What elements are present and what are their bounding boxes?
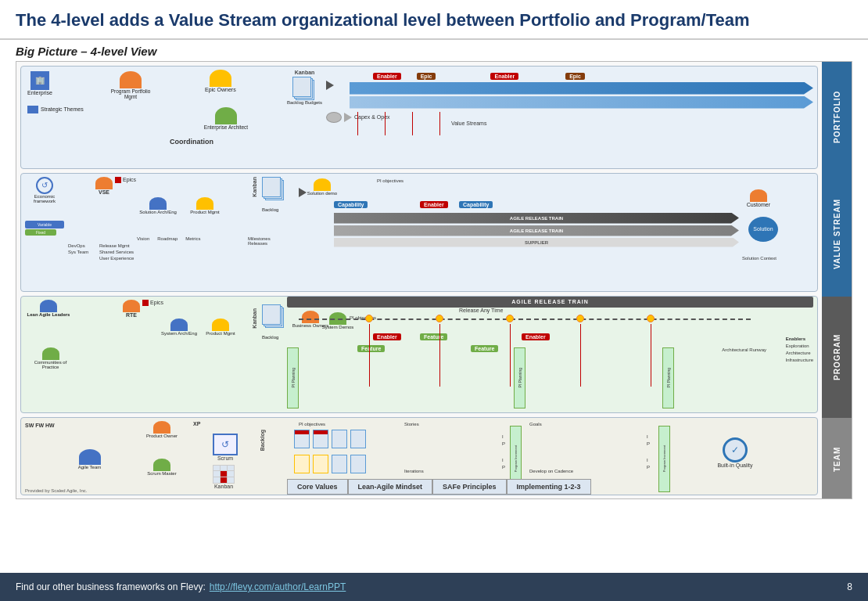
capex-icon [326, 112, 342, 123]
vs-pi-objectives: PI objectives [377, 178, 404, 183]
develop-on-cadence-label: Develop on Cadence [529, 469, 573, 473]
kanban-team-label: Kanban [214, 484, 233, 489]
product-mgmt-prog-icon [212, 318, 229, 331]
subtitle-text: Big Picture – 4-level View [16, 45, 852, 58]
enablers-list: Enablers Exploration Architecture Infras… [786, 336, 813, 364]
release-any-time-label: Release Any Time [459, 308, 503, 313]
vse-label: VSE [99, 189, 109, 195]
product-mgmt-vs-icon [196, 197, 213, 210]
fixed-bar: Fixed [25, 229, 56, 236]
strategic-themes-label: Strategic Themes [41, 106, 84, 112]
backlog-stack-vs [262, 177, 287, 200]
prog-increment-bar-team-2: Program Increment [658, 426, 670, 492]
team-task-cards-2 [294, 455, 368, 473]
level-labels: PORTFOLIO VALUE STREAM PROGRAM TEAM [822, 62, 852, 498]
epic-owners-label: Epic Owners [205, 87, 236, 92]
lean-agile-mindset-btn[interactable]: Lean-Agile Mindset [348, 479, 433, 495]
agile-team-icon [79, 449, 101, 465]
footer: Find our other business frameworks on Fl… [0, 573, 868, 601]
goals-label: Goals [529, 422, 542, 426]
program-section: AGILE RELEASE TRAIN Lean Agile Leaders C… [20, 296, 818, 413]
prog-milestone-4 [580, 324, 581, 387]
communities-icon [42, 347, 59, 360]
user-exp-label: User Experience [99, 255, 134, 261]
epics-label-prog: Epics [150, 300, 163, 305]
core-values-btn[interactable]: Core Values [287, 479, 348, 495]
value-streams-label: Value Streams [451, 121, 486, 126]
strategic-themes-icon [27, 106, 38, 113]
solution-arch-label: Solution Arch/Eng [137, 210, 179, 214]
pi-planning-bar-2: PI Planning [514, 347, 525, 408]
sys-team-label: Sys Team [68, 249, 88, 255]
customer-label: Customer [747, 202, 770, 207]
backlog-label-prog: Backlog [262, 335, 278, 340]
communities-label: Communities of Practice [25, 360, 76, 369]
vse-icon [95, 177, 113, 189]
epics-dot-vs [115, 177, 121, 183]
implementing-btn[interactable]: Implementing 1-2-3 [507, 479, 591, 495]
backlog-budgets-label: Backlog Budgets [287, 100, 322, 105]
page-number: 8 [847, 581, 852, 592]
solution-context-label: Solution Context [742, 256, 777, 261]
releases-label: Releases [248, 241, 271, 246]
epic-box-1: Epic [417, 73, 436, 80]
sys-arch-label: System Arch/Eng [158, 331, 200, 336]
epic-box-2: Epic [565, 73, 585, 80]
pi-dot-1 [365, 315, 373, 322]
kanban-label-portfolio: Kanban [295, 70, 315, 75]
release-mgmt-label: Release Mgmt [99, 243, 134, 249]
lean-agile-icon [40, 300, 57, 312]
prog-milestone-1 [369, 324, 370, 387]
built-in-quality-label: Built-in Quality [708, 462, 762, 468]
backlog-stack-prog [262, 304, 287, 328]
agile-team-label: Agile Team [68, 465, 111, 470]
product-owner-label: Product Owner [142, 434, 181, 438]
enabler-box-prog-2: Enabler [522, 333, 550, 340]
pi-dot-5 [647, 315, 655, 322]
ip-labels-2: IP [502, 457, 505, 471]
enterprise-label: Enterprise [27, 90, 52, 95]
scrum-label: Scrum [217, 455, 233, 461]
enterprise-architect-label: Enterprise Architect [203, 124, 249, 130]
value-stream-label: VALUE STREAM [822, 171, 852, 297]
art-bar-2-vs: AGILE RELEASE TRAIN [334, 225, 739, 236]
solution-box: Solution [748, 217, 778, 242]
metrics-label: Metrics [185, 236, 200, 241]
economic-icon: ↺ [36, 177, 53, 194]
prog-milestone-3 [510, 324, 511, 387]
backlog-label-prog2: Backlog [260, 430, 265, 451]
arch-runway-label: Architectural Runway [722, 347, 766, 352]
stories-label: Stories [404, 422, 419, 426]
system-demos-label: System Demos [318, 325, 357, 329]
footer-link[interactable]: http://flevy.com/author/LearnPPT [210, 581, 346, 592]
lean-agile-leaders-label: Lean Agile Leaders [25, 312, 72, 317]
milestone-line-2 [385, 112, 386, 135]
capability-box-1: Capability [334, 201, 368, 208]
feature-box-3: Feature [357, 345, 385, 352]
program-portfolio-icon [120, 71, 142, 88]
devops-label: DevOps [68, 243, 88, 249]
backlog-stack-portfolio [292, 77, 317, 100]
diagram-container: PORTFOLIO VALUE STREAM PROGRAM TEAM 🏢 En… [16, 61, 852, 499]
sw-fw-hw-label: SW FW HW [25, 423, 55, 428]
feature-box-2: Feature [471, 345, 498, 352]
footer-text: Find our other business frameworks on Fl… [16, 581, 206, 592]
shared-services-label: Shared Services [99, 249, 134, 255]
art-banner-program: AGILE RELEASE TRAIN [287, 297, 813, 308]
roadmap-label: Roadmap [157, 236, 178, 241]
program-portfolio-label: Program Portfolio Mgmt [107, 88, 154, 99]
stream-line-1 [350, 82, 813, 95]
enabler-box-vs: Enabler [420, 201, 448, 208]
epics-dot-prog [142, 300, 149, 306]
epics-label-vs: Epics [123, 177, 136, 182]
scrum-master-label: Scrum Master [142, 471, 181, 476]
kanban-label-vs: Kanban [252, 177, 257, 197]
kanban-team-icon [213, 465, 235, 484]
header: The 4-level adds a Value Stream organiza… [0, 0, 868, 40]
portfolio-arrow [326, 81, 334, 90]
customer-icon [750, 189, 767, 202]
backlog-label-vs: Backlog [262, 207, 278, 212]
scrum-icon: ↺ [213, 434, 238, 455]
safe-principles-btn[interactable]: SAFe Principles [432, 479, 507, 495]
enterprise-architect-icon [215, 107, 237, 124]
